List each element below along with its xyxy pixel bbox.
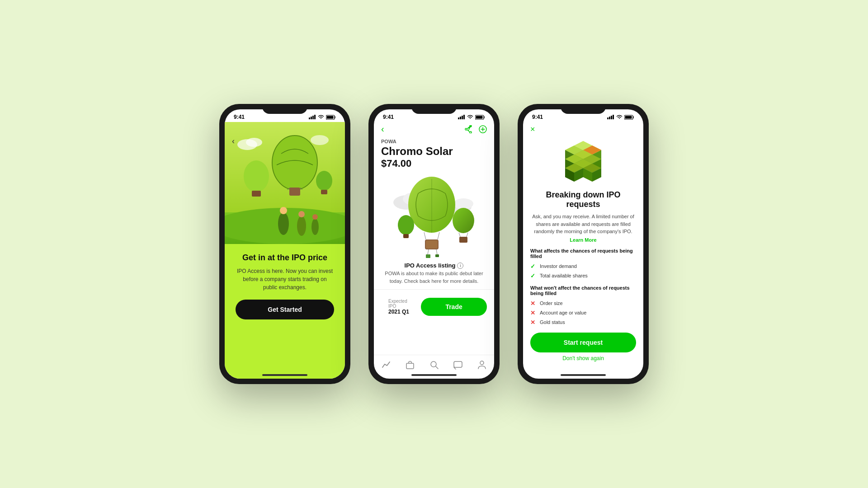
- svg-rect-33: [476, 116, 483, 118]
- wont-affect-item-label-1: Order size: [540, 300, 563, 306]
- phone-2: 9:41 ‹ POWA Chromo Solar $74.00: [368, 104, 500, 384]
- home-indicator-2: [411, 374, 457, 376]
- battery-icon-2: [475, 115, 485, 120]
- close-button[interactable]: ×: [530, 125, 535, 134]
- expected-label: Expected IPO: [381, 299, 421, 309]
- svg-rect-11: [289, 188, 300, 196]
- phone3-header: ×: [523, 122, 643, 139]
- check-icon-1: ✓: [530, 263, 535, 270]
- svg-line-54: [436, 249, 437, 254]
- back-arrow-2[interactable]: ‹: [381, 124, 384, 134]
- trade-button[interactable]: Trade: [421, 298, 487, 316]
- home-indicator-3: [561, 374, 606, 376]
- svg-rect-53: [426, 254, 430, 258]
- svg-rect-65: [454, 361, 462, 367]
- phone1-illustration: ‹: [225, 122, 345, 244]
- phone1-subtitle: IPO Access is here. Now you can invest b…: [236, 267, 334, 291]
- svg-point-56: [453, 208, 474, 233]
- svg-rect-31: [463, 115, 465, 119]
- time-2: 9:41: [383, 114, 394, 120]
- svg-point-60: [398, 215, 414, 235]
- nav-search-icon[interactable]: [429, 360, 439, 370]
- signal-icon: [309, 115, 316, 119]
- balloon-svg: [389, 175, 479, 261]
- time-3: 9:41: [532, 114, 543, 120]
- plus-circle-icon[interactable]: [479, 125, 487, 133]
- svg-rect-62: [406, 363, 414, 369]
- trade-row: Expected IPO 2021 Q1 Trade: [374, 294, 494, 319]
- phone-3: 9:41 ×: [518, 104, 649, 384]
- check-icon-2: ✓: [530, 272, 535, 279]
- listing-label: IPO Access listing i: [374, 262, 494, 269]
- company-price: $74.00: [374, 158, 494, 169]
- status-icons-3: [607, 115, 634, 120]
- time-1: 9:41: [234, 114, 245, 120]
- signal-icon-3: [607, 115, 614, 119]
- svg-point-26: [246, 138, 262, 147]
- phone-1: 9:41 ‹: [219, 104, 350, 384]
- battery-icon-3: [624, 115, 634, 120]
- svg-point-45: [453, 198, 473, 209]
- svg-point-14: [244, 160, 269, 192]
- svg-line-57: [459, 233, 460, 237]
- company-ticker: POWA: [374, 139, 494, 144]
- svg-rect-69: [609, 117, 610, 119]
- wont-affect-title: What won't affect the chances of request…: [523, 285, 643, 296]
- wifi-icon-3: [616, 115, 623, 119]
- wont-affect-item-label-2: Account age or value: [540, 310, 586, 315]
- share-icon[interactable]: [464, 125, 472, 133]
- signal-icon-2: [458, 115, 465, 119]
- svg-rect-1: [311, 117, 312, 119]
- svg-point-21: [297, 216, 306, 236]
- phone1-content: Get in at the IPO price IPO Access is he…: [225, 244, 345, 379]
- affects-title: What affects the chances of requests bei…: [523, 248, 643, 259]
- nav-profile-icon[interactable]: [477, 360, 487, 370]
- svg-rect-3: [314, 115, 316, 119]
- svg-rect-70: [611, 116, 612, 119]
- back-button[interactable]: ‹: [232, 136, 235, 146]
- wont-affect-item-label-3: Gold status: [540, 319, 565, 325]
- svg-point-19: [278, 212, 289, 235]
- phone2-balloon-illustration: [374, 174, 494, 262]
- svg-rect-55: [435, 254, 439, 257]
- svg-rect-68: [607, 117, 609, 119]
- svg-point-36: [470, 131, 472, 133]
- affects-item-label-1: Investor demand: [540, 263, 577, 269]
- svg-rect-28: [458, 117, 459, 119]
- svg-rect-0: [309, 117, 310, 119]
- svg-rect-71: [613, 115, 614, 119]
- phone2-action-icons: [464, 125, 487, 133]
- listing-description: POWA is about to make its public debut l…: [374, 270, 494, 285]
- svg-rect-30: [462, 116, 463, 119]
- ipo-breakdown-title: Breaking down IPO requests: [523, 190, 643, 209]
- svg-line-52: [428, 249, 429, 254]
- start-request-button[interactable]: Start request: [530, 333, 636, 352]
- wont-affect-item-1: ✕ Order size: [523, 299, 643, 308]
- dont-show-link[interactable]: Don't show again: [523, 355, 643, 371]
- get-started-button[interactable]: Get Started: [236, 300, 334, 319]
- notch-1: [262, 104, 307, 114]
- wifi-icon-2: [467, 115, 473, 119]
- expected-ipo-section: Expected IPO 2021 Q1: [381, 299, 421, 315]
- expected-value: 2021 Q1: [381, 309, 421, 315]
- phone2-nav-header: ‹: [374, 122, 494, 139]
- svg-line-48: [424, 232, 426, 239]
- affects-item-2: ✓ Total available shares: [523, 271, 643, 281]
- notch-3: [561, 104, 606, 114]
- info-icon[interactable]: i: [457, 263, 463, 269]
- learn-more-link[interactable]: Learn More: [523, 237, 643, 243]
- affects-item-1: ✓ Investor demand: [523, 262, 643, 271]
- wont-affect-item-3: ✕ Gold status: [523, 318, 643, 327]
- phone1-title: Get in at the IPO price: [242, 253, 327, 263]
- svg-line-49: [438, 232, 439, 239]
- ipo-breakdown-description: Ask, and you may receive. A limited numb…: [523, 213, 643, 235]
- nav-portfolio-icon[interactable]: [405, 360, 415, 370]
- cube-svg: [561, 139, 606, 184]
- nav-messages-icon[interactable]: [453, 360, 463, 370]
- notch-2: [411, 104, 457, 114]
- nav-chart-icon[interactable]: [381, 360, 391, 370]
- status-icons-2: [458, 115, 485, 120]
- company-name: Chromo Solar: [374, 145, 494, 158]
- x-icon-2: ✕: [530, 310, 535, 316]
- divider: [374, 289, 494, 290]
